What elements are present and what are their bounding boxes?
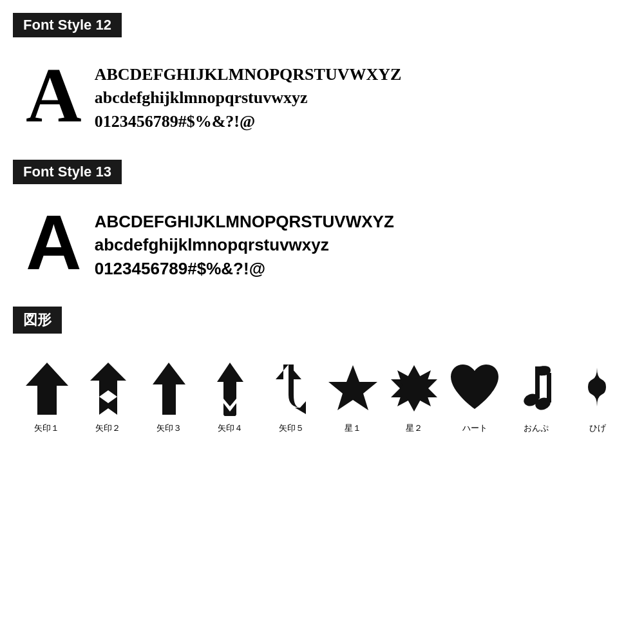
shape-item-mustache: ひげ [570, 359, 625, 434]
svg-rect-12 [547, 373, 551, 402]
arrow2-icon [89, 359, 128, 417]
font-style-13-line1: ABCDEFGHIJKLMNOPQRSTUVWXYZ [95, 210, 394, 233]
shape-item-music: おんぷ [509, 359, 564, 434]
shape-label-arrow1: 矢印１ [34, 422, 59, 434]
shape-item-arrow1: 矢印１ [19, 359, 74, 434]
font-style-13-line2: abcdefghijklmnopqrstuvwxyz [95, 233, 394, 256]
font-style-12-big-letter: A [26, 57, 82, 134]
shape-label-arrow3: 矢印３ [156, 422, 182, 434]
svg-rect-10 [535, 366, 540, 399]
svg-marker-2 [99, 397, 117, 415]
star1-icon [327, 359, 379, 417]
mustache-icon [583, 359, 612, 417]
shapes-section: 図形 矢印１ 矢印２ [13, 307, 631, 434]
font-style-12-chars: ABCDEFGHIJKLMNOPQRSTUVWXYZ abcdefghijklm… [95, 57, 402, 133]
arrow3-icon [151, 359, 187, 417]
shape-label-arrow5: 矢印５ [279, 422, 304, 434]
arrow1-icon [24, 359, 70, 417]
shape-label-star2: 星２ [406, 422, 422, 434]
shape-item-star2: 星２ [386, 359, 441, 434]
shape-item-arrow5: 矢印５ [264, 359, 319, 434]
shape-label-star1: 星１ [345, 422, 361, 434]
font-style-12-line3: 0123456789#$%&?!@ [95, 110, 402, 133]
shapes-grid: 矢印１ 矢印２ 矢印３ [13, 346, 631, 434]
shapes-header: 図形 [13, 307, 62, 334]
font-style-13-big-letter: A [26, 204, 82, 281]
shape-item-star1: 星１ [325, 359, 380, 434]
font-style-12-line1: ABCDEFGHIJKLMNOPQRSTUVWXYZ [95, 63, 402, 86]
shape-item-arrow2: 矢印２ [80, 359, 135, 434]
music-icon [517, 359, 556, 417]
font-style-12-section: Font Style 12 A ABCDEFGHIJKLMNOPQRSTUVWX… [13, 13, 631, 140]
svg-marker-7 [328, 365, 377, 410]
shape-item-heart: ハート [448, 359, 502, 434]
font-style-12-header: Font Style 12 [13, 13, 122, 37]
svg-marker-1 [90, 363, 126, 397]
svg-marker-0 [26, 363, 68, 415]
shape-item-arrow3: 矢印３ [142, 359, 196, 434]
font-style-13-display: A ABCDEFGHIJKLMNOPQRSTUVWXYZ abcdefghijk… [13, 197, 631, 287]
font-style-13-line3: 0123456789#$%&?!@ [95, 257, 394, 280]
shape-item-arrow4: 矢印４ [203, 359, 258, 434]
font-style-12-line2: abcdefghijklmnopqrstuvwxyz [95, 86, 402, 109]
shape-label-mustache: ひげ [589, 422, 606, 434]
arrow5-icon [270, 359, 312, 417]
shape-label-music: おんぷ [524, 422, 549, 434]
shape-label-arrow2: 矢印２ [95, 422, 120, 434]
font-style-13-chars: ABCDEFGHIJKLMNOPQRSTUVWXYZ abcdefghijklm… [95, 204, 394, 280]
heart-icon [448, 359, 502, 417]
font-style-13-header: Font Style 13 [13, 160, 122, 184]
arrow4-icon [216, 359, 245, 417]
svg-marker-4 [217, 363, 243, 406]
shape-label-heart: ハート [462, 422, 488, 434]
star2-icon [388, 359, 440, 417]
font-style-13-section: Font Style 13 A ABCDEFGHIJKLMNOPQRSTUVWX… [13, 160, 631, 287]
shape-label-arrow4: 矢印４ [218, 422, 243, 434]
font-style-12-display: A ABCDEFGHIJKLMNOPQRSTUVWXYZ abcdefghijk… [13, 50, 631, 140]
svg-marker-3 [153, 363, 185, 415]
